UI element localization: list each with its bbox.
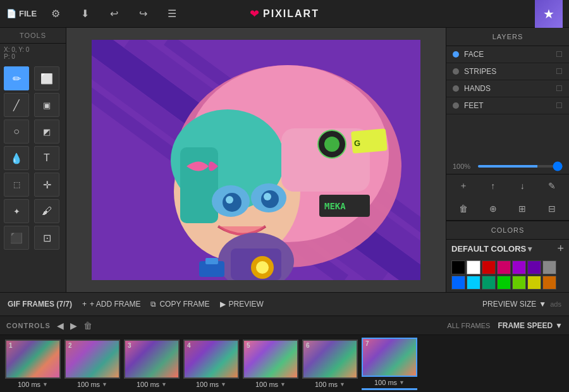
layer-feet[interactable]: FEET ☐ xyxy=(446,97,569,114)
frame-thumb-5[interactable]: 5 xyxy=(243,340,298,379)
pattern-tool[interactable]: ⬛ xyxy=(4,226,29,250)
circle-tool[interactable]: ○ xyxy=(4,119,29,144)
preview-size-label: PREVIEW SIZE xyxy=(482,300,536,309)
layer-dot-hands xyxy=(453,85,459,92)
frame-speed-dropdown-4[interactable]: ▼ xyxy=(221,381,226,388)
coords-display: X: 0, Y: 0 P: 0 xyxy=(0,44,66,63)
swatch-yellow[interactable] xyxy=(527,276,541,290)
brush-tool[interactable]: 🖌 xyxy=(34,199,59,223)
swatch-black[interactable] xyxy=(451,260,465,274)
move-tool[interactable]: ✛ xyxy=(34,173,59,197)
frame-thumb-3[interactable]: 3 xyxy=(124,340,180,379)
select-tool[interactable]: ▣ xyxy=(34,93,59,117)
swatch-purple[interactable] xyxy=(512,260,526,274)
frame-speed-val-5: 100 ms xyxy=(255,381,278,388)
delete-layer-button[interactable]: 🗑 xyxy=(453,200,474,217)
duplicate-layer-button[interactable]: ⊕ xyxy=(483,200,503,217)
move-layer-up-button[interactable]: ↑ xyxy=(483,177,503,195)
swatch-orange[interactable] xyxy=(542,276,556,290)
undo-button[interactable]: ↩ xyxy=(104,4,124,24)
preview-button[interactable]: ▶ PREVIEW xyxy=(220,300,264,309)
file-button[interactable]: 📄 FILE xyxy=(6,9,37,18)
layer-name-face: FACE xyxy=(464,50,551,59)
add-frame-button[interactable]: + + ADD FRAME xyxy=(82,300,140,309)
canvas-area[interactable]: G MEKA xyxy=(66,28,446,292)
move-layer-down-button[interactable]: ↓ xyxy=(512,177,532,195)
frame-speed-dropdown-6[interactable]: ▼ xyxy=(340,381,345,388)
swatch-red[interactable] xyxy=(482,260,496,274)
edit-layer-button[interactable]: ✎ xyxy=(542,177,562,195)
frame-speed-dropdown-1[interactable]: ▼ xyxy=(42,381,48,388)
gif-title: GIF FRAMES (7/7) xyxy=(8,300,72,309)
menu-button[interactable]: ☰ xyxy=(162,4,182,24)
crop-tool[interactable]: ⊡ xyxy=(34,226,59,250)
layer-hands[interactable]: HANDS ☐ xyxy=(446,80,569,97)
colors-dropdown-arrow[interactable]: ▼ xyxy=(526,245,534,254)
layer-stripes[interactable]: STRIPES ☐ xyxy=(446,63,569,80)
canvas-svg: G MEKA xyxy=(92,40,420,280)
color-pick-tool[interactable]: 💧 xyxy=(4,146,29,170)
star-button[interactable]: ★ xyxy=(535,0,563,28)
swatch-cyan[interactable] xyxy=(467,276,480,290)
preview-size-button[interactable]: PREVIEW SIZE ▼ xyxy=(482,300,546,309)
text-tool[interactable]: T xyxy=(34,146,59,170)
frame-num-6: 6 xyxy=(306,342,310,349)
layer-visibility-stripes[interactable]: ☐ xyxy=(556,67,563,76)
swatch-blue[interactable] xyxy=(451,276,465,290)
add-color-button[interactable]: + xyxy=(557,242,564,255)
frame-thumb-1[interactable]: 1 xyxy=(5,340,61,379)
swatch-green[interactable] xyxy=(497,276,511,290)
frame-1: 1 100 ms ▼ xyxy=(5,340,61,388)
wand-tool[interactable]: ✦ xyxy=(4,199,29,223)
frame-speed-label: FRAME SPEED xyxy=(498,321,553,330)
swatch-grey[interactable] xyxy=(542,260,556,274)
swatch-hotpink[interactable] xyxy=(497,260,511,274)
redo-button[interactable]: ↪ xyxy=(133,4,153,24)
frame-thumb-7[interactable]: 7 xyxy=(362,338,417,377)
line-tool[interactable]: ╱ xyxy=(4,93,29,117)
frame-speed-dropdown-3[interactable]: ▼ xyxy=(161,381,167,388)
xy-coords: X: 0, Y: 0 xyxy=(4,46,62,53)
layer-visibility-feet[interactable]: ☐ xyxy=(556,101,563,110)
opacity-slider[interactable] xyxy=(478,165,563,168)
download-button[interactable]: ⬇ xyxy=(75,4,95,24)
right-panel: LAYERS FACE ☐ STRIPES ☐ HANDS ☐ FEET ☐ xyxy=(446,28,569,292)
settings-button[interactable]: ⚙ xyxy=(46,4,66,24)
prev-frame-button[interactable]: ◀ xyxy=(57,321,64,331)
add-layer-button[interactable]: ＋ xyxy=(453,177,474,195)
layer-visibility-hands[interactable]: ☐ xyxy=(556,84,563,93)
eraser-tool[interactable]: ⬜ xyxy=(34,66,59,90)
frame-speed-val-4: 100 ms xyxy=(196,381,219,388)
next-frame-button[interactable]: ▶ xyxy=(70,321,77,331)
frame-thumb-6[interactable]: 6 xyxy=(302,340,358,379)
frame-speed-dropdown-5[interactable]: ▼ xyxy=(280,381,286,388)
swatch-dark-purple[interactable] xyxy=(527,260,541,274)
layer-visibility-face[interactable]: ☐ xyxy=(556,50,563,59)
stamp-tool[interactable]: ⬚ xyxy=(4,173,29,197)
copy-frame-button[interactable]: ⧉ COPY FRAME xyxy=(150,300,209,309)
more-layer-button[interactable]: ⊟ xyxy=(542,200,562,217)
frame-img-4 xyxy=(185,341,238,377)
swatch-lime[interactable] xyxy=(512,276,526,290)
layers-list: FACE ☐ STRIPES ☐ HANDS ☐ FEET ☐ xyxy=(446,46,569,159)
pixel-canvas[interactable]: G MEKA xyxy=(92,40,420,280)
svg-point-15 xyxy=(226,196,233,204)
add-frame-label: + ADD FRAME xyxy=(90,300,140,309)
toolbar-left: 📄 FILE ⚙ ⬇ ↩ ↪ ☰ xyxy=(6,4,182,24)
delete-frame-button[interactable]: 🗑 xyxy=(83,321,92,331)
svg-rect-29 xyxy=(205,258,218,264)
fill-tool[interactable]: ◩ xyxy=(34,119,59,144)
pencil-tool[interactable]: ✏ xyxy=(4,66,29,90)
merge-layer-button[interactable]: ⊞ xyxy=(512,200,532,217)
frame-thumb-4[interactable]: 4 xyxy=(183,340,239,379)
frame-speed-button[interactable]: FRAME SPEED ▼ xyxy=(498,321,563,330)
frame-thumb-2[interactable]: 2 xyxy=(64,340,120,379)
file-icon: 📄 xyxy=(6,9,16,18)
layer-face[interactable]: FACE ☐ xyxy=(446,46,569,63)
opacity-label: 100% xyxy=(453,162,473,170)
frame-speed-dropdown-2[interactable]: ▼ xyxy=(102,381,107,388)
frame-speed-dropdown-7[interactable]: ▼ xyxy=(399,379,405,386)
frame-img-1 xyxy=(6,341,59,377)
swatch-teal[interactable] xyxy=(482,276,496,290)
swatch-white[interactable] xyxy=(467,260,480,274)
